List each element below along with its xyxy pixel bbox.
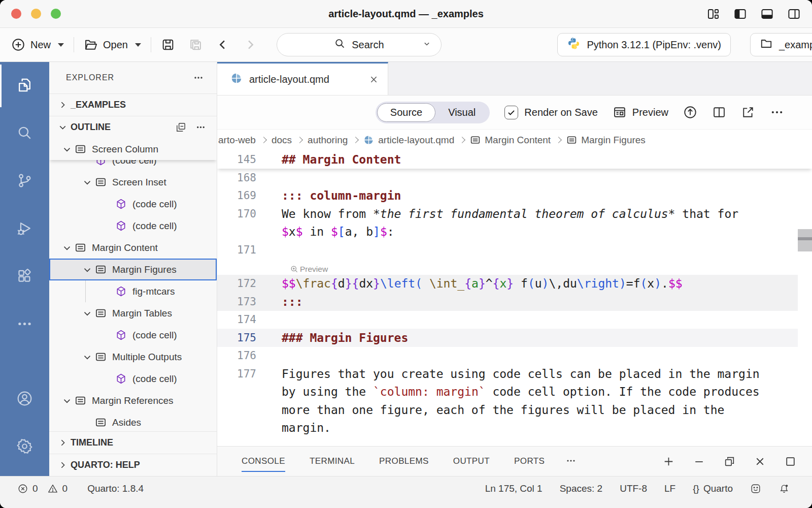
render-on-save-checkbox[interactable] [504, 106, 518, 119]
minimize-icon[interactable] [693, 455, 705, 468]
outline-more-actions-icon[interactable] [195, 121, 207, 133]
editor-scrollbar[interactable] [798, 229, 812, 251]
outline-item-screen-inset[interactable]: Screen Inset [49, 171, 217, 193]
panel-tab-output[interactable]: OUTPUT [453, 447, 490, 476]
breadcrumb-item-arto-web[interactable]: arto-web [218, 135, 256, 146]
outline-item-margin-figures[interactable]: Margin Figures [49, 259, 217, 280]
activitybar-search[interactable] [0, 110, 49, 157]
code-line-177[interactable]: 177Figures that you create using code ce… [217, 365, 812, 383]
breadcrumb-item-margin-figures[interactable]: Margin Figures [566, 135, 646, 146]
toggle-bottom-panel-icon[interactable] [760, 7, 774, 21]
eol-status[interactable]: LF [664, 483, 675, 494]
notifications-bell-icon[interactable] [779, 483, 790, 494]
breadcrumb-item-article-layout-qmd[interactable]: article-layout.qmd [363, 135, 454, 146]
problems-status[interactable]: 0 0 [17, 483, 67, 494]
toggle-left-sidebar-icon[interactable] [733, 7, 747, 21]
new-button[interactable]: New [11, 38, 64, 52]
activitybar-account[interactable] [0, 375, 49, 423]
indentation-status[interactable]: Spaces: 2 [560, 483, 603, 494]
outline-item-code-cell[interactable]: (code cell) [49, 215, 217, 237]
activitybar-explorer[interactable] [0, 62, 49, 110]
code-line-172[interactable]: 172$$\frac{d}{dx}\left( \int_{a}^{x} f(u… [217, 275, 812, 293]
minimize-window-button[interactable] [31, 9, 41, 19]
sidebar-section-timeline[interactable]: TIMELINE [49, 431, 217, 454]
visual-mode-button[interactable]: Visual [435, 103, 488, 122]
zoom-window-button[interactable] [51, 9, 61, 19]
encoding-status[interactable]: UTF-8 [620, 483, 647, 494]
outline-item-margin-references[interactable]: Margin References [49, 390, 217, 411]
sidebar-section-quarto-help[interactable]: QUARTO: HELP [49, 454, 217, 476]
code-line-wrap[interactable]: more than one figure, each of the figure… [217, 401, 812, 419]
code-line-171[interactable]: 171 [217, 241, 812, 259]
toggle-right-sidebar-icon[interactable] [787, 7, 801, 21]
panel-tab-problems[interactable]: PROBLEMS [379, 447, 429, 476]
outline-item-code-cell[interactable]: (code cell) [49, 160, 217, 171]
code-line-wrap[interactable]: $x$ in $[a, b]$: [217, 223, 812, 241]
quarto-version-status[interactable]: Quarto: 1.8.4 [87, 483, 144, 494]
outline-item-code-cell[interactable]: (code cell) [49, 368, 217, 390]
preview-button[interactable]: Preview [613, 105, 668, 119]
activitybar-settings[interactable] [0, 423, 49, 471]
code-editor[interactable]: 145## Margin Content 168169::: column-ma… [217, 150, 812, 446]
save-all-button[interactable] [188, 38, 202, 52]
code-line-145[interactable]: 145## Margin Content [217, 150, 401, 169]
plus-icon[interactable] [662, 455, 675, 468]
language-mode-status[interactable]: {} Quarto [693, 483, 733, 494]
codelens-preview[interactable]: Preview [217, 259, 812, 275]
code-line-170[interactable]: 170We know from *the first fundamental t… [217, 205, 812, 223]
panel-tab-console[interactable]: CONSOLE [242, 447, 285, 476]
code-line-175[interactable]: 175### Margin Figures [217, 329, 812, 347]
collapse-all-icon[interactable] [175, 121, 187, 133]
code-line-wrap[interactable]: by using the `column: margin` code cell … [217, 383, 812, 401]
explorer-more-actions-icon[interactable] [192, 72, 205, 84]
outline-item-margin-content[interactable]: Margin Content [49, 237, 217, 259]
code-line-176[interactable]: 176 [217, 347, 812, 365]
navigate-forward-button[interactable] [243, 38, 257, 52]
outline-item-margin-tables[interactable]: Margin Tables [49, 302, 217, 324]
interpreter-selector[interactable]: Python 3.12.1 (PipEnv: .venv) [557, 33, 731, 56]
activitybar-source-control[interactable] [0, 157, 49, 205]
close-window-button[interactable] [11, 9, 21, 19]
feedback-smiley-icon[interactable] [750, 483, 761, 494]
open-button[interactable]: Open [84, 38, 141, 52]
code-line-168[interactable]: 168 [217, 169, 812, 187]
outline-item-screen-column[interactable]: Screen Column [49, 138, 217, 160]
open-external-icon[interactable] [741, 105, 755, 119]
panel-tab-ports[interactable]: PORTS [514, 447, 545, 476]
code-line-174[interactable]: 174 [217, 311, 812, 329]
sticky-scroll-line[interactable]: 145## Margin Content [217, 150, 812, 169]
customize-layout-icon[interactable] [706, 7, 720, 21]
editor-more-actions-icon[interactable] [770, 105, 784, 119]
outline-item-fig-mtcars[interactable]: fig-mtcars [49, 280, 217, 302]
cursor-position-status[interactable]: Ln 175, Col 1 [485, 483, 543, 494]
sidebar-section-outline[interactable]: OUTLINE [49, 116, 217, 138]
outline-item-multiple-outputs[interactable]: Multiple Outputs [49, 346, 217, 368]
panel-tab-terminal[interactable]: TERMINAL [310, 447, 355, 476]
activitybar-more[interactable] [0, 301, 49, 348]
close-icon[interactable] [754, 455, 766, 468]
panel-more-tabs-icon[interactable] [565, 454, 577, 468]
maximize-icon[interactable] [784, 455, 797, 468]
breadcrumb-item-docs[interactable]: docs [272, 135, 292, 146]
split-editor-icon[interactable] [712, 105, 726, 119]
activitybar-extensions[interactable] [0, 253, 49, 301]
close-icon[interactable] [369, 75, 379, 84]
save-button[interactable] [161, 38, 175, 52]
navigate-back-button[interactable] [216, 38, 230, 52]
search-input[interactable]: Search [277, 33, 442, 56]
breadcrumb-item-margin-content[interactable]: Margin Content [470, 135, 551, 146]
publish-icon[interactable] [683, 105, 697, 119]
activitybar-run-debug[interactable] [0, 205, 49, 253]
code-line-169[interactable]: 169::: column-margin [217, 187, 812, 205]
restore-icon[interactable] [723, 455, 736, 468]
sidebar-section-examples[interactable]: _EXAMPLES [49, 93, 217, 116]
code-line-wrap[interactable]: margin. [217, 419, 812, 437]
editor-tab-article-layout[interactable]: article-layout.qmd [217, 62, 388, 95]
outline-item-asides[interactable]: Asides [49, 411, 217, 431]
breadcrumb-item-authoring[interactable]: authoring [308, 135, 348, 146]
outline-item-code-cell[interactable]: (code cell) [49, 193, 217, 215]
project-selector[interactable]: _examples [750, 33, 812, 56]
code-line-173[interactable]: 173::: [217, 293, 812, 311]
source-mode-button[interactable]: Source [377, 103, 435, 122]
outline-item-code-cell[interactable]: (code cell) [49, 324, 217, 346]
